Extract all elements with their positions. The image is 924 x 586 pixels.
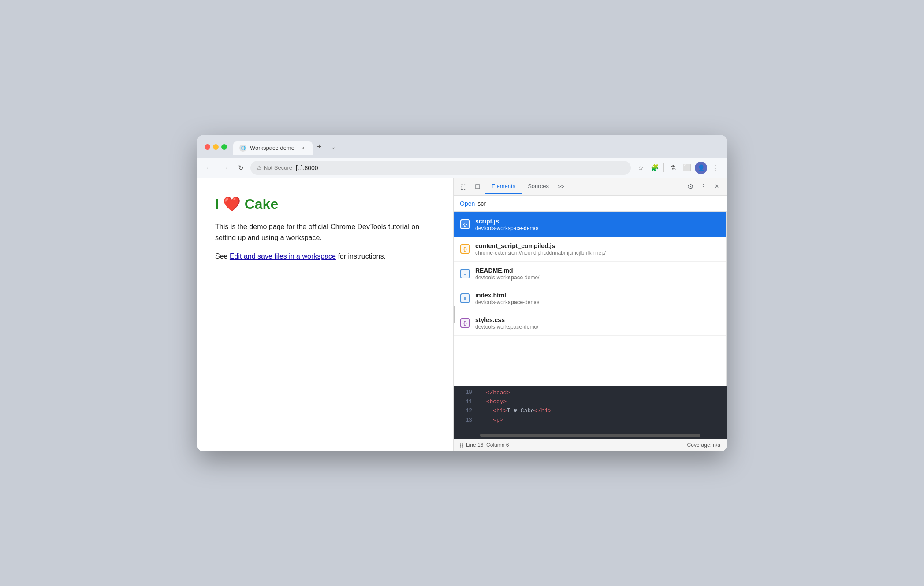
js-icon-symbol: {} (463, 222, 467, 227)
close-button[interactable] (205, 144, 210, 150)
heading-prefix: I (215, 196, 219, 212)
file-path: devtools-workspace-demo/ (475, 299, 720, 305)
file-path: chrome-extension://noondiphcddnnabmjcihc… (475, 250, 720, 256)
tab-elements[interactable]: Elements (485, 179, 522, 194)
title-bar-top: 🌐 Workspace demo × + ⌄ (205, 140, 719, 155)
cursor-position: Line 16, Column 6 (466, 442, 509, 448)
js-ext-icon-symbol: {} (463, 246, 467, 252)
code-area: 10 </head> 11 <body> 12 <h1>I ♥ Cake</h1… (454, 386, 727, 439)
md-file-icon: ≡ (460, 269, 470, 278)
devtools-panel: ⬚ □ Elements Sources >> ⚙ ⋮ × Open (453, 178, 727, 451)
file-info: styles.css devtools-workspace-demo/ (475, 316, 720, 330)
main-area: I ❤️ Cake This is the demo page for the … (197, 178, 727, 451)
line-number: 10 (458, 389, 472, 397)
devtools-settings-button[interactable]: ⚙ (684, 180, 697, 193)
browser-window: 🌐 Workspace demo × + ⌄ ← → ↻ ⚠ Not Secur… (197, 135, 727, 451)
coverage-label: Coverage: n/a (687, 442, 720, 448)
code-scrollbar[interactable] (480, 434, 700, 437)
devtools-menu-button[interactable]: ⋮ (697, 180, 710, 193)
command-label: Open (460, 200, 475, 207)
maximize-button[interactable] (221, 144, 227, 150)
file-result-item[interactable]: {} script.js devtools-workspace-demo/ (454, 212, 726, 237)
js-file-icon: {} (460, 219, 470, 229)
file-path: devtools-workspace-demo/ (475, 225, 720, 231)
reload-button[interactable]: ↻ (235, 162, 247, 174)
minimize-button[interactable] (213, 144, 219, 150)
title-bar: 🌐 Workspace demo × + ⌄ (197, 135, 727, 158)
drag-handle-indicator (454, 306, 455, 323)
devtools-close-button[interactable]: × (711, 180, 723, 193)
devtools-tabs: Elements Sources >> (485, 179, 682, 194)
page-description: This is the demo page for the official C… (215, 221, 436, 244)
file-result-item[interactable]: {} styles.css devtools-workspace-demo/ (454, 311, 726, 336)
extensions-button[interactable]: 🧩 (648, 162, 661, 174)
tab-title: Workspace demo (250, 145, 296, 151)
code-line: 13 <p> (454, 416, 727, 425)
workspace-link[interactable]: Edit and save files in a workspace (230, 252, 336, 260)
bookmark-button[interactable]: ☆ (634, 162, 647, 174)
active-tab[interactable]: 🌐 Workspace demo × (233, 141, 313, 155)
format-button[interactable]: {} (460, 442, 463, 448)
file-info: content_script_compiled.js chrome-extens… (475, 242, 720, 256)
file-info: README.md devtools-workspace-demo/ (475, 267, 720, 281)
tab-dropdown-button[interactable]: ⌄ (326, 140, 340, 153)
heading-suffix: Cake (245, 196, 279, 212)
tab-close-button[interactable]: × (299, 145, 306, 152)
code-line: 10 </head> (454, 389, 727, 398)
devtools-toolbar: ⬚ □ Elements Sources >> ⚙ ⋮ × (454, 178, 727, 196)
page-heading: I ❤️ Cake (215, 196, 436, 212)
command-search-area: Open (454, 196, 727, 212)
inspect-element-button[interactable]: ⬚ (457, 180, 469, 193)
file-path: devtools-workspace-demo/ (475, 324, 720, 330)
file-name: script.js (475, 218, 720, 225)
device-toolbar-button[interactable]: □ (471, 180, 484, 193)
page-link-para: See Edit and save files in a workspace f… (215, 251, 436, 262)
back-button[interactable]: ← (203, 162, 215, 174)
code-line: 12 <h1>I ♥ Cake</h1> (454, 407, 727, 416)
sidebar-button[interactable]: ⬜ (681, 162, 693, 174)
file-name: README.md (475, 267, 720, 274)
see-prefix: See (215, 252, 230, 260)
warning-triangle-icon: ⚠ (257, 164, 262, 171)
file-name: index.html (475, 292, 720, 299)
line-number: 13 (458, 416, 472, 425)
command-search-input[interactable] (477, 200, 720, 207)
heart-icon: ❤️ (223, 196, 245, 212)
nav-bar: ← → ↻ ⚠ Not Secure [::]:8000 ☆ 🧩 ⚗ ⬜ 👤 ⋮ (197, 158, 727, 178)
js-ext-file-icon: {} (460, 244, 470, 254)
code-lines: 10 </head> 11 <body> 12 <h1>I ♥ Cake</h1… (454, 386, 727, 428)
file-result-item[interactable]: ≡ index.html devtools-workspace-demo/ (454, 286, 726, 311)
lab-button[interactable]: ⚗ (667, 162, 679, 174)
new-tab-button[interactable]: + (313, 140, 326, 154)
nav-separator (663, 163, 664, 172)
devtools-status-bar: {} Line 16, Column 6 Coverage: n/a (454, 439, 727, 451)
code-line: 11 <body> (454, 397, 727, 407)
file-info: script.js devtools-workspace-demo/ (475, 218, 720, 231)
address-bar[interactable]: ⚠ Not Secure [::]:8000 (250, 161, 631, 175)
tab-more-button[interactable]: >> (555, 180, 567, 193)
link-suffix: for instructions. (336, 252, 386, 260)
line-number: 11 (458, 398, 472, 406)
forward-button[interactable]: → (219, 162, 231, 174)
file-name: content_script_compiled.js (475, 242, 720, 249)
page-content: I ❤️ Cake This is the demo page for the … (197, 178, 453, 451)
html-icon-symbol: ≡ (464, 296, 466, 301)
css-icon-symbol: {} (463, 320, 467, 326)
tab-favicon: 🌐 (239, 145, 246, 152)
security-label: Not Secure (264, 164, 292, 171)
html-file-icon: ≡ (460, 293, 470, 303)
profile-button[interactable]: 👤 (695, 162, 707, 174)
md-icon-symbol: ≡ (464, 271, 466, 276)
file-name: styles.css (475, 316, 720, 323)
tab-sources[interactable]: Sources (522, 179, 555, 194)
file-results-list: {} script.js devtools-workspace-demo/ {}… (454, 212, 727, 386)
description-text: This is the demo page for the official C… (215, 223, 419, 242)
tabs-row: 🌐 Workspace demo × + ⌄ (233, 140, 340, 155)
code-content: <body> (479, 397, 507, 407)
menu-button[interactable]: ⋮ (709, 162, 721, 174)
file-info: index.html devtools-workspace-demo/ (475, 292, 720, 305)
security-warning: ⚠ Not Secure (257, 164, 292, 171)
file-result-item[interactable]: {} content_script_compiled.js chrome-ext… (454, 237, 726, 262)
file-result-item[interactable]: ≡ README.md devtools-workspace-demo/ (454, 262, 726, 286)
code-content: <h1>I ♥ Cake</h1> (479, 407, 551, 416)
